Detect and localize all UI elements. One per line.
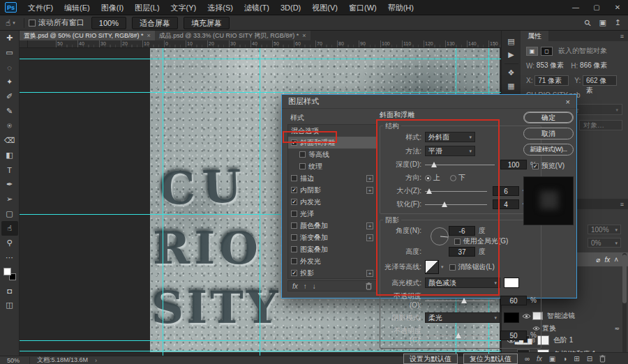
panel-menu-icon[interactable]: ≡ [620, 201, 624, 208]
scroll-all-windows-checkbox[interactable] [29, 20, 36, 26]
menu-file[interactable]: 文件(F) [22, 0, 59, 15]
swatches-panel-icon[interactable]: ❖ [503, 66, 520, 79]
cancel-button[interactable]: 取消 [523, 128, 574, 139]
menu-select[interactable]: 选择(S) [202, 0, 239, 15]
tab-properties[interactable]: 属性 [521, 31, 548, 41]
menu-3d[interactable]: 3D(D) [275, 0, 306, 15]
move-down-icon[interactable]: ↓ [313, 282, 316, 290]
add-instance-icon[interactable]: + [366, 234, 373, 241]
close-button[interactable]: ✕ [607, 0, 628, 15]
minimize-button[interactable]: — [565, 0, 586, 15]
checkbox[interactable] [291, 222, 297, 229]
share-icon[interactable]: ↥ [615, 18, 621, 27]
add-instance-icon[interactable]: + [366, 175, 373, 182]
menu-type[interactable]: 文字(Y) [165, 0, 202, 15]
checkbox-checked[interactable]: ✓ [291, 270, 297, 276]
color-swatches[interactable] [3, 268, 16, 280]
menu-help[interactable]: 帮助(H) [382, 0, 419, 15]
reset-default-button[interactable]: 复位为默认值 [463, 354, 518, 364]
brush-tool-icon[interactable]: ✎ [1, 104, 18, 119]
add-instance-icon[interactable]: + [366, 270, 373, 277]
eraser-tool-icon[interactable]: ⌫ [1, 133, 18, 148]
move-up-icon[interactable]: ↑ [304, 282, 307, 290]
checkbox[interactable] [291, 175, 297, 181]
technique-dropdown[interactable]: 平滑▾ [425, 146, 475, 156]
new-layer-icon[interactable]: ⊟ [587, 355, 592, 363]
direction-up-radio[interactable] [425, 175, 431, 181]
marquee-tool-icon[interactable]: ▭ [1, 45, 18, 60]
menu-window[interactable]: 窗口(W) [343, 0, 382, 15]
style-item-texture[interactable]: 纹理 [288, 160, 376, 172]
new-style-button[interactable]: 新建样式(W)... [523, 144, 574, 156]
patterns-panel-icon[interactable]: ▦ [503, 79, 520, 93]
direction-down-radio[interactable] [450, 175, 456, 181]
style-item-satin[interactable]: 光泽 [288, 208, 376, 220]
x-input[interactable]: 71 像素 [534, 75, 569, 86]
stamp-tool-icon[interactable]: ⍟ [1, 119, 18, 133]
style-item-inner-glow[interactable]: ✓ 内发光 [288, 196, 376, 208]
menu-layer[interactable]: 图层(L) [129, 0, 165, 15]
checkbox-checked[interactable]: ✓ [291, 139, 297, 146]
foreground-color-swatch[interactable] [3, 268, 11, 275]
fill-screen-button[interactable]: 填充屏幕 [184, 17, 230, 29]
guide-vertical[interactable] [260, 48, 260, 356]
altitude-value[interactable]: 37 [449, 247, 475, 257]
checkbox-checked[interactable]: ✓ [291, 199, 297, 205]
panel-menu-icon[interactable]: ≡ [620, 33, 624, 40]
dialog-close-icon[interactable]: × [566, 98, 570, 106]
highlight-color-swatch[interactable] [504, 278, 519, 288]
checkbox[interactable] [299, 163, 306, 169]
highlight-opacity-slider[interactable] [425, 297, 495, 304]
zoom-100-button[interactable]: 100% [91, 17, 126, 29]
gradient-tool-icon[interactable]: ◧ [1, 148, 18, 162]
quick-select-tool-icon[interactable]: ✦ [1, 75, 18, 89]
type-tool-icon[interactable]: T [1, 162, 18, 177]
document-tab-active[interactable]: 置换.psd @ 50% (CU RIO SITY, RGB/8#) * × [20, 31, 155, 40]
fx-menu-icon[interactable]: fx [292, 282, 298, 290]
style-item-outer-glow[interactable]: 外发光 [288, 255, 376, 267]
style-item-contour[interactable]: 等高线 [288, 149, 376, 160]
lasso-tool-icon[interactable]: ◌ [1, 60, 18, 75]
tab-close-icon[interactable]: × [147, 32, 151, 39]
highlight-opacity-value[interactable]: 60 [500, 296, 527, 305]
adjustment-layer-icon[interactable]: ◑ [562, 355, 567, 363]
style-item-pattern-overlay[interactable]: 图案叠加 [288, 243, 376, 255]
use-global-light-checkbox[interactable] [454, 238, 461, 245]
checkbox[interactable] [291, 258, 297, 264]
menu-edit[interactable]: 编辑(E) [59, 0, 96, 15]
checkbox[interactable] [291, 234, 297, 241]
anti-alias-checkbox[interactable] [449, 264, 456, 271]
angle-dial[interactable] [431, 227, 449, 245]
highlight-mode-dropdown[interactable]: 颜色减淡▾ [425, 278, 500, 288]
menu-image[interactable]: 图像(I) [96, 0, 129, 15]
bevel-style-dropdown[interactable]: 外斜面▾ [425, 132, 475, 142]
checkbox-checked[interactable]: ✓ [291, 187, 297, 193]
screen-mode-icon[interactable]: ◫ [1, 298, 18, 312]
menu-view[interactable]: 视图(V) [306, 0, 343, 15]
checkbox[interactable] [291, 246, 297, 252]
actions-play-icon[interactable]: ▶ [503, 48, 520, 61]
tab-close-icon[interactable]: × [302, 32, 306, 39]
more-tools-icon[interactable]: ⋯ [1, 250, 18, 265]
add-instance-icon[interactable]: + [366, 187, 373, 194]
fx-badge[interactable]: fx [604, 256, 610, 264]
shadow-opacity-slider[interactable] [425, 332, 495, 339]
pen-tool-icon[interactable]: ✒ [1, 177, 18, 192]
menu-filter[interactable]: 滤镜(T) [239, 0, 275, 15]
style-item-stroke[interactable]: 描边 + [288, 172, 376, 184]
zoom-tool-icon[interactable]: ⚲ [1, 236, 18, 250]
shadow-mode-dropdown[interactable]: 柔光▾ [425, 312, 500, 323]
tool-preset-caret-icon[interactable]: ▾ [13, 20, 15, 26]
shadow-color-swatch[interactable] [504, 312, 519, 323]
gloss-contour-thumbnail[interactable] [425, 260, 439, 274]
zoom-level[interactable]: 50% [0, 357, 30, 364]
hand-tool-icon-selected[interactable]: ☝ [1, 221, 18, 236]
panel-icon-1[interactable]: ▤ [503, 35, 520, 48]
depth-slider[interactable] [425, 161, 495, 168]
add-instance-icon[interactable]: + [366, 222, 373, 229]
style-item-drop-shadow[interactable]: ✓ 投影 + [288, 267, 376, 279]
eyedropper-tool-icon[interactable]: ✐ [1, 89, 18, 104]
status-chevron-icon[interactable]: › [95, 357, 97, 364]
soften-slider[interactable] [425, 201, 487, 208]
ok-button[interactable]: 确定 [523, 112, 574, 123]
